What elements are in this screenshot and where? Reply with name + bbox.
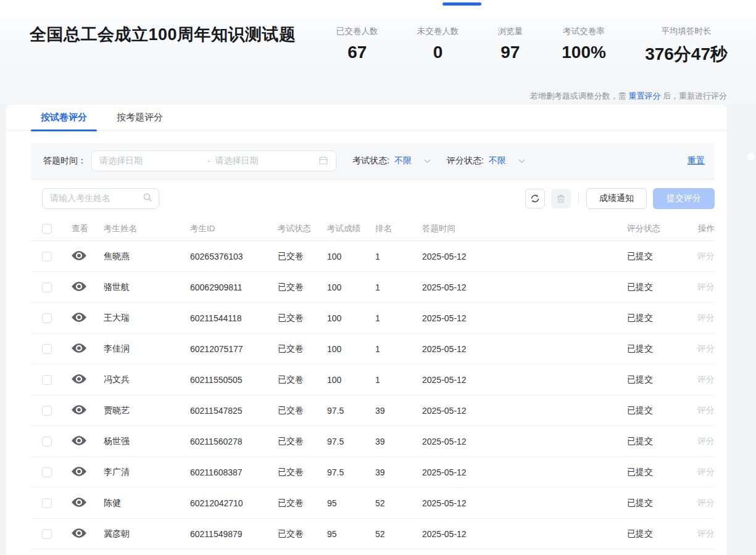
view-eye-icon[interactable] xyxy=(72,343,86,353)
row-checkbox[interactable] xyxy=(42,313,52,323)
col-header-rank: 排名 xyxy=(375,223,412,234)
cell-time: 2025-05-12 xyxy=(412,437,627,446)
date-end-input[interactable]: 请选择日期 xyxy=(215,155,319,166)
view-eye-icon[interactable] xyxy=(72,250,86,261)
cell-score: 95 xyxy=(327,529,375,539)
chevron-down-icon[interactable] xyxy=(424,159,431,163)
cell-exam-status: 已交卷 xyxy=(278,528,327,540)
view-eye-icon[interactable] xyxy=(72,528,86,538)
scrollbar-thumb[interactable] xyxy=(747,153,755,160)
calendar-icon xyxy=(318,155,328,167)
search-placeholder: 请输入考生姓名 xyxy=(50,193,143,204)
reset-filters-link[interactable]: 重置 xyxy=(687,155,705,166)
search-input[interactable]: 请输入考生姓名 xyxy=(42,188,159,209)
cell-time: 2025-05-12 xyxy=(412,282,627,292)
row-checkbox[interactable] xyxy=(42,344,52,354)
cell-id: 60211560278 xyxy=(190,437,278,446)
grade-action-link[interactable]: 评分 xyxy=(697,251,715,261)
row-checkbox[interactable] xyxy=(42,375,52,385)
cell-rank: 1 xyxy=(375,252,412,261)
cell-id: 60211547825 xyxy=(190,406,278,416)
cell-exam-status: 已交卷 xyxy=(278,374,327,385)
cell-name: 李佳润 xyxy=(104,343,190,355)
cell-exam-status: 已交卷 xyxy=(278,251,327,262)
view-eye-icon[interactable] xyxy=(72,435,86,446)
stat-label: 未交卷人数 xyxy=(417,26,459,37)
table-body: 焦晓燕 60265376103 已交卷 100 1 2025-05-12 已提交… xyxy=(31,241,715,549)
select-all-checkbox[interactable] xyxy=(42,224,52,234)
grade-status-filter: 评分状态: 不限 xyxy=(447,155,525,166)
grade-action-link[interactable]: 评分 xyxy=(697,343,715,353)
grade-action-link[interactable]: 评分 xyxy=(697,313,715,323)
table-row: 王大瑞 60211544118 已交卷 100 1 2025-05-12 已提交… xyxy=(31,303,715,334)
row-checkbox[interactable] xyxy=(42,406,52,416)
stat-submit-rate: 考试交卷率 100% xyxy=(562,26,606,66)
row-checkbox[interactable] xyxy=(42,282,52,292)
grade-action-link[interactable]: 评分 xyxy=(697,467,715,477)
cell-name: 王大瑞 xyxy=(104,313,190,324)
cell-id: 60211544118 xyxy=(190,313,278,323)
grade-status-select[interactable]: 不限 xyxy=(489,155,506,166)
reset-score-note: 若增删考题或调整分数，需 重置评分 后，重新进行评分 xyxy=(530,91,727,102)
cell-score: 97.5 xyxy=(327,406,375,416)
view-eye-icon[interactable] xyxy=(72,466,86,477)
cell-rank: 39 xyxy=(375,406,412,416)
grade-action-link[interactable]: 评分 xyxy=(697,374,715,384)
grade-action-link[interactable]: 评分 xyxy=(697,498,715,508)
page-title: 全国总工会成立100周年知识测试题 xyxy=(30,22,326,47)
reset-score-link[interactable]: 重置评分 xyxy=(628,91,660,101)
view-eye-icon[interactable] xyxy=(72,405,86,415)
date-start-input[interactable]: 请选择日期 xyxy=(99,155,203,166)
grade-action-link[interactable]: 评分 xyxy=(697,528,715,538)
examinee-table: 查看 考生姓名 考生ID 考试状态 考试成绩 排名 答题时间 评分状态 操作 xyxy=(31,216,715,549)
table-row: 李广清 60211608387 已交卷 97.5 39 2025-05-12 已… xyxy=(31,457,715,488)
view-eye-icon[interactable] xyxy=(72,497,86,508)
cell-time: 2025-05-12 xyxy=(412,406,627,416)
grade-action-link[interactable]: 评分 xyxy=(697,436,715,446)
col-header-view: 查看 xyxy=(72,223,104,234)
stat-value: 0 xyxy=(417,43,459,62)
tab-grade-by-question[interactable]: 按考题评分 xyxy=(107,105,173,131)
cell-name: 冀彦朝 xyxy=(104,528,190,540)
date-range-picker[interactable]: 请选择日期 - 请选择日期 xyxy=(91,150,336,171)
grade-action-link[interactable]: 评分 xyxy=(697,405,715,415)
row-checkbox[interactable] xyxy=(42,437,52,446)
table-row: 冯文兵 60211550505 已交卷 100 1 2025-05-12 已提交… xyxy=(31,364,715,395)
row-checkbox[interactable] xyxy=(42,529,52,539)
score-notify-button[interactable]: 成绩通知 xyxy=(586,188,647,209)
cell-id: 60212042710 xyxy=(190,498,278,508)
row-checkbox[interactable] xyxy=(42,498,52,508)
cell-rank: 1 xyxy=(375,282,412,292)
tab-grade-by-paper[interactable]: 按试卷评分 xyxy=(31,105,97,131)
section-divider xyxy=(31,179,715,179)
row-checkbox[interactable] xyxy=(42,467,52,477)
note-prefix: 若增删考题或调整分数，需 xyxy=(530,91,629,101)
view-eye-icon[interactable] xyxy=(72,281,86,292)
date-range-separator: - xyxy=(203,156,215,166)
view-eye-icon[interactable] xyxy=(72,312,86,323)
cell-id: 60211550505 xyxy=(190,375,278,385)
cell-exam-status: 已交卷 xyxy=(278,282,327,293)
cell-exam-status: 已交卷 xyxy=(278,436,327,447)
row-checkbox[interactable] xyxy=(42,252,52,261)
cell-id: 60265376103 xyxy=(190,252,278,261)
cell-exam-status: 已交卷 xyxy=(278,343,327,355)
cell-grade-status: 已提交 xyxy=(627,528,681,540)
cell-rank: 1 xyxy=(375,313,412,323)
col-header-exam-status: 考试状态 xyxy=(278,223,327,234)
table-header-row: 查看 考生姓名 考生ID 考试状态 考试成绩 排名 答题时间 评分状态 操作 xyxy=(31,216,715,241)
refresh-button[interactable] xyxy=(525,189,545,208)
submit-grading-button[interactable]: 提交评分 xyxy=(653,188,715,209)
stat-value: 67 xyxy=(336,43,378,62)
cell-rank: 1 xyxy=(375,344,412,354)
stat-label: 浏览量 xyxy=(498,26,523,37)
cell-name: 骆世航 xyxy=(104,282,190,293)
chevron-down-icon[interactable] xyxy=(518,159,525,163)
search-icon[interactable] xyxy=(143,192,152,205)
exam-status-select[interactable]: 不限 xyxy=(394,155,412,166)
stat-submitted: 已交卷人数 67 xyxy=(336,26,378,66)
view-eye-icon[interactable] xyxy=(72,374,86,384)
grade-action-link[interactable]: 评分 xyxy=(697,282,715,292)
delete-button[interactable] xyxy=(551,189,571,208)
stat-views: 浏览量 97 xyxy=(498,26,523,66)
